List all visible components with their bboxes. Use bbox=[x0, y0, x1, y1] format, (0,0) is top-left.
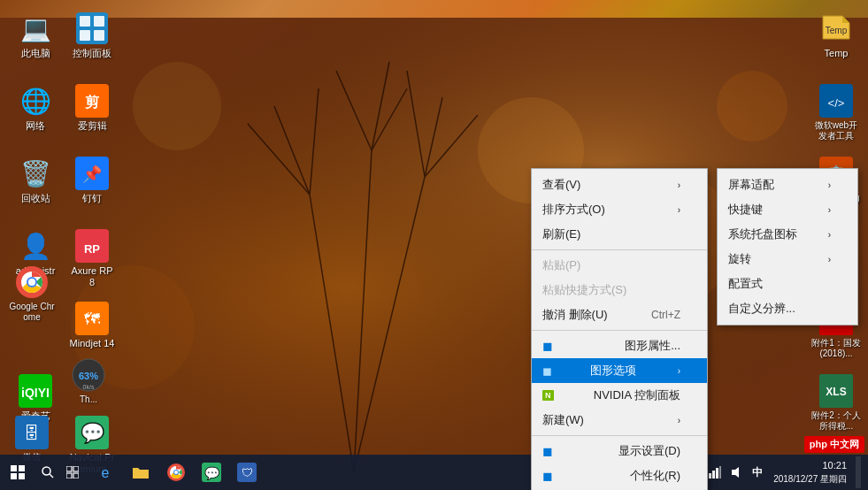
svg-text:🛡: 🛡 bbox=[242, 466, 253, 479]
taskbar-wechat[interactable]: 💬 bbox=[195, 456, 228, 488]
desktop-icon-dingding[interactable]: 📌 钉钉 bbox=[64, 152, 120, 208]
svg-rect-63 bbox=[66, 473, 72, 479]
ctx-graphics-props[interactable]: ◼ 图形属性... bbox=[532, 333, 707, 358]
ctx-undo[interactable]: 撤消 删除(U) Ctrl+Z bbox=[532, 302, 707, 327]
task-view-button[interactable] bbox=[60, 455, 85, 490]
svg-rect-64 bbox=[73, 473, 79, 479]
svg-rect-21 bbox=[80, 16, 90, 27]
ctx-view[interactable]: 查看(V) › bbox=[532, 172, 707, 197]
taskbar: e 💬 🛡 bbox=[0, 455, 868, 490]
sub-ctx-shortcut-keys[interactable]: 快捷键 › bbox=[718, 197, 857, 222]
sub-ctx-config[interactable]: 配置式 bbox=[718, 272, 857, 296]
svg-line-4 bbox=[354, 150, 372, 472]
desktop-icon-excel-file[interactable]: XLS 附件2：个人所得税... bbox=[808, 370, 864, 435]
tray-network[interactable] bbox=[706, 463, 724, 481]
svg-text:0k/s: 0k/s bbox=[83, 384, 95, 390]
desktop-icon-th[interactable]: 63% 0k/s Th... bbox=[60, 354, 117, 409]
svg-line-14 bbox=[407, 71, 425, 177]
ctx-nvidia[interactable]: N NVIDIA 控制面板 bbox=[532, 383, 707, 408]
ctx-sort[interactable]: 排序方式(O) › bbox=[532, 197, 707, 222]
svg-line-12 bbox=[425, 97, 442, 177]
svg-line-13 bbox=[425, 115, 478, 177]
context-menu: 查看(V) › 排序方式(O) › 刷新(E) 粘贴(P) 粘贴快捷方式(S) … bbox=[531, 168, 708, 490]
svg-text:💬: 💬 bbox=[81, 421, 105, 445]
svg-rect-58 bbox=[19, 473, 25, 479]
svg-rect-56 bbox=[19, 465, 25, 471]
sub-ctx-rotate[interactable]: 旋转 › bbox=[718, 247, 857, 272]
ctx-new[interactable]: 新建(W) › bbox=[532, 408, 707, 433]
sub-ctx-custom-split[interactable]: 自定义分辨... bbox=[718, 296, 857, 321]
desktop-icon-recycle-bin[interactable]: 🗑️ 回收站 bbox=[7, 152, 64, 208]
ctx-refresh[interactable]: 刷新(E) bbox=[532, 222, 707, 247]
svg-rect-77 bbox=[719, 466, 721, 479]
start-button[interactable] bbox=[0, 455, 35, 490]
svg-line-10 bbox=[372, 62, 389, 150]
svg-rect-61 bbox=[66, 466, 72, 471]
taskbar-edge[interactable]: e bbox=[88, 456, 122, 488]
desktop-icon-axure-rp8[interactable]: RP Axure RP 8 bbox=[64, 225, 120, 292]
svg-point-33 bbox=[28, 279, 35, 286]
sub-ctx-screen-adapt[interactable]: 屏幕适配 › bbox=[718, 172, 857, 197]
svg-point-18 bbox=[717, 71, 787, 142]
desktop-icon-control-panel[interactable]: 控制面板 bbox=[64, 7, 120, 63]
svg-rect-62 bbox=[73, 466, 79, 471]
svg-line-6 bbox=[248, 124, 310, 195]
desktop-icon-temp[interactable]: Temp Temp bbox=[808, 7, 864, 63]
desktop-icon-this-pc[interactable]: 💻 此电脑 bbox=[7, 7, 64, 63]
svg-line-11 bbox=[372, 88, 407, 150]
svg-line-7 bbox=[274, 106, 310, 195]
svg-line-9 bbox=[336, 71, 372, 150]
svg-rect-55 bbox=[11, 465, 17, 471]
desktop-icon-aiqiyi-editor[interactable]: 剪 爱剪辑 bbox=[64, 80, 120, 135]
svg-text:</>: </> bbox=[828, 96, 845, 110]
desktop: 💻 此电脑 控制面板 🌐 网络 剪 爱剪辑 🗑️ 回收站 📌 钉钉 👤 admi… bbox=[0, 0, 868, 490]
svg-text:e: e bbox=[102, 465, 110, 480]
svg-text:iQIYI: iQIYI bbox=[21, 386, 50, 400]
search-button[interactable] bbox=[35, 455, 60, 490]
svg-point-17 bbox=[133, 62, 221, 150]
svg-text:XLS: XLS bbox=[826, 386, 846, 398]
tray-speaker[interactable] bbox=[727, 463, 745, 481]
ctx-graphics-options[interactable]: ◼ 图形选项 › bbox=[532, 358, 707, 383]
ctx-display[interactable]: ◼ 显示设置(D) bbox=[532, 439, 707, 463]
clock[interactable]: 10:21 2018/12/27 星期四 bbox=[770, 459, 850, 485]
taskbar-apps: e 💬 🛡 bbox=[85, 456, 374, 488]
php-watermark: php 中文网 bbox=[804, 436, 864, 453]
svg-marker-78 bbox=[732, 467, 739, 478]
svg-line-8 bbox=[310, 88, 319, 195]
svg-text:剪: 剪 bbox=[84, 94, 100, 110]
ctx-paste[interactable]: 粘贴(P) bbox=[532, 253, 707, 278]
svg-text:Temp: Temp bbox=[826, 26, 848, 35]
svg-line-3 bbox=[310, 195, 354, 472]
svg-rect-24 bbox=[94, 30, 104, 41]
svg-text:63%: 63% bbox=[79, 371, 98, 381]
svg-text:📌: 📌 bbox=[82, 165, 103, 184]
taskbar-chrome[interactable] bbox=[159, 456, 193, 488]
svg-line-60 bbox=[50, 474, 53, 478]
desktop-icon-network[interactable]: 🌐 网络 bbox=[7, 80, 64, 135]
desktop-icon-mindjet14[interactable]: 🗺 Mindjet 14 bbox=[64, 297, 120, 353]
taskbar-folder[interactable] bbox=[124, 456, 157, 488]
ctx-paste-shortcut[interactable]: 粘贴快捷方式(S) bbox=[532, 278, 707, 302]
svg-text:RP: RP bbox=[84, 242, 100, 256]
svg-line-5 bbox=[354, 177, 425, 472]
desktop-icon-vscode-web[interactable]: </> 微软web开发者工具 bbox=[808, 80, 864, 145]
taskbar-shield[interactable]: 🛡 bbox=[230, 456, 264, 488]
svg-rect-23 bbox=[80, 30, 90, 41]
sub-ctx-system-tray[interactable]: 系统托盘图标 › bbox=[718, 222, 857, 247]
svg-text:🗄: 🗄 bbox=[24, 425, 40, 442]
svg-text:🗺: 🗺 bbox=[84, 310, 100, 328]
svg-text:💬: 💬 bbox=[204, 466, 220, 481]
sub-context-menu: 屏幕适配 › 快捷键 › 系统托盘图标 › 旋转 › 配置式 自定义分辨... bbox=[717, 168, 858, 325]
show-desktop-button[interactable] bbox=[856, 456, 861, 488]
svg-rect-74 bbox=[709, 473, 711, 479]
svg-rect-22 bbox=[94, 16, 104, 27]
svg-point-69 bbox=[174, 471, 178, 474]
desktop-icon-google-chrome[interactable]: Google Chrome bbox=[4, 261, 60, 326]
tray-input-method[interactable]: 中 bbox=[749, 463, 766, 481]
svg-point-59 bbox=[42, 467, 50, 475]
svg-rect-76 bbox=[716, 468, 718, 479]
ctx-personalize[interactable]: ◼ 个性化(R) bbox=[532, 463, 707, 488]
svg-rect-57 bbox=[11, 473, 17, 479]
svg-rect-75 bbox=[712, 471, 715, 479]
